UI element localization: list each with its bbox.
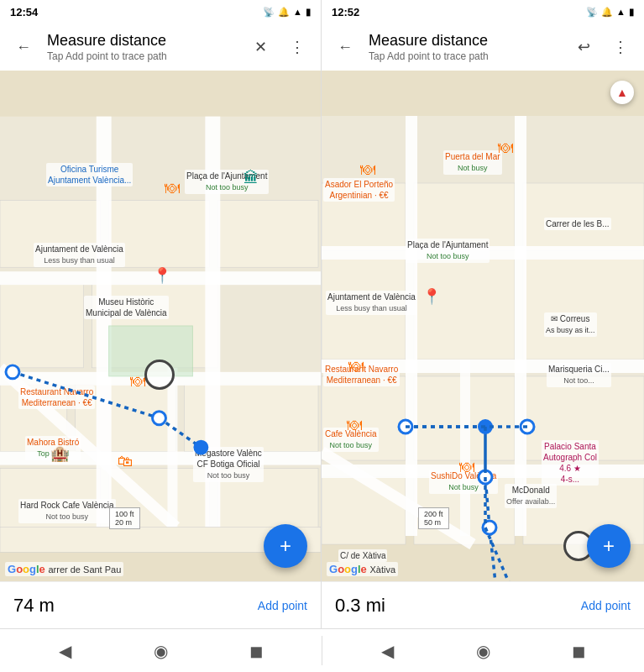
cast-icon-left: 📡 [263, 7, 275, 18]
close-button-left[interactable]: ✕ [243, 30, 277, 64]
scale-ft-left: 100 ft [115, 510, 134, 518]
scale-m-right: 50 m [424, 518, 441, 527]
toolbar-sub-title-right: Tap Add point to trace path [369, 50, 563, 62]
google-logo-left: Google arrer de Sant Pau [5, 562, 123, 576]
toolbar-title-left: Measure distance Tap Add point to trace … [44, 32, 240, 62]
back-button-right[interactable]: ← [328, 30, 362, 64]
battery-icon-left: ▮ [306, 7, 311, 18]
time-right: 12:52 [332, 6, 359, 18]
toolbar-main-title-right: Measure distance [369, 32, 563, 50]
home-nav-right[interactable]: ◉ [464, 633, 501, 669]
vibrate-icon-left: 🔔 [278, 7, 290, 18]
crosshair-left [144, 360, 175, 390]
status-bar-left: 12:54 📡 🔔 ▲ ▮ [0, 0, 321, 24]
wifi-icon-left: ▲ [293, 7, 302, 17]
toolbar-right: ← Measure distance Tap Add point to trac… [322, 24, 644, 71]
battery-icon-right: ▮ [629, 7, 634, 18]
distance-bar-left: 74 m Add point [0, 581, 321, 628]
cast-icon-right: 📡 [586, 7, 598, 18]
panel-bottom-right: 0.3 mi Add point [322, 581, 644, 628]
path-svg-left [0, 71, 321, 581]
back-nav-left[interactable]: ◀ [46, 633, 83, 669]
toolbar-left: ← Measure distance Tap Add point to trac… [0, 24, 321, 71]
svg-point-25 [194, 441, 207, 454]
time-left: 12:54 [10, 6, 38, 18]
more-button-left[interactable]: ⋮ [280, 30, 314, 64]
add-point-button-right[interactable]: Add point [581, 599, 631, 612]
add-point-button-left[interactable]: Add point [258, 599, 307, 612]
scale-right: 200 ft 50 m [418, 507, 449, 529]
status-icons-right: 📡 🔔 ▲ ▮ [586, 7, 634, 18]
scale-left: 100 ft 20 m [109, 507, 140, 529]
toolbar-actions-right: ↩ ⋮ [567, 30, 637, 64]
toolbar-right-left: ✕ ⋮ [243, 30, 314, 64]
toolbar-title-right: Measure distance Tap Add point to trace … [365, 32, 563, 62]
svg-point-24 [153, 412, 166, 425]
recent-nav-left[interactable]: ◼ [238, 633, 275, 669]
toolbar-sub-title-left: Tap Add point to trace path [47, 50, 240, 62]
bottom-nav-left: ◀ ◉ ◼ [0, 629, 322, 672]
bottom-nav-right: ◀ ◉ ◼ [322, 629, 644, 672]
vibrate-icon-right: 🔔 [601, 7, 613, 18]
fab-add-right[interactable]: + [587, 524, 631, 568]
status-icons-left: 📡 🔔 ▲ ▮ [263, 7, 311, 18]
back-nav-right[interactable]: ◀ [369, 633, 406, 669]
undo-button-right[interactable]: ↩ [567, 30, 600, 64]
path-svg-right [322, 71, 644, 581]
toolbar-main-title-left: Measure distance [47, 32, 240, 50]
home-nav-left[interactable]: ◉ [142, 633, 179, 669]
more-button-right[interactable]: ⋮ [604, 30, 637, 64]
recent-nav-right[interactable]: ◼ [561, 633, 598, 669]
status-bar-right: 12:52 📡 🔔 ▲ ▮ [322, 0, 644, 24]
svg-point-23 [6, 365, 19, 379]
panel-bottom-left: 74 m Add point [0, 581, 321, 628]
google-logo-right: Google Xàtiva [327, 562, 398, 576]
bottom-nav: ◀ ◉ ◼ ◀ ◉ ◼ [0, 628, 644, 672]
distance-bar-right: 0.3 mi Add point [322, 581, 644, 628]
panel-right: 12:52 📡 🔔 ▲ ▮ ← Measure distance Tap Add… [322, 0, 644, 628]
distance-value-right: 0.3 mi [335, 595, 581, 617]
wifi-icon-right: ▲ [616, 7, 626, 17]
map-left[interactable]: Oficina TurismeAjuntament València... Pl… [0, 71, 321, 581]
svg-line-21 [13, 372, 160, 418]
fab-add-left[interactable]: + [264, 524, 307, 568]
distance-value-left: 74 m [13, 595, 258, 617]
back-button-left[interactable]: ← [7, 30, 40, 64]
scale-m-left: 20 m [115, 518, 132, 527]
compass-right: ▲ [610, 81, 634, 104]
panel-left: 12:54 📡 🔔 ▲ ▮ ← Measure distance Tap Add… [0, 0, 322, 628]
scale-ft-right: 200 ft [424, 510, 443, 518]
map-right[interactable]: ▲ Puerta del MarNot busy Asador El Porte… [322, 71, 644, 581]
